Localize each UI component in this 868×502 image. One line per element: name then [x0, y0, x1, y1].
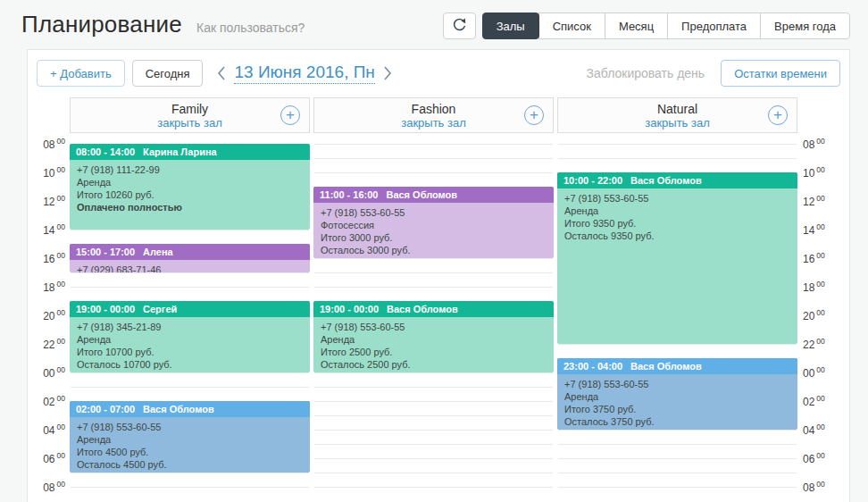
- time-label: 1400: [803, 222, 825, 237]
- time-label: 0400: [43, 423, 65, 437]
- tab-month[interactable]: Месяц: [605, 13, 668, 39]
- event-client: Алена: [143, 247, 173, 257]
- event-detail-line: Аренда: [77, 176, 303, 188]
- event[interactable]: 19:00 - 00:00Вася Обломов+7 (918) 553-60…: [313, 301, 554, 372]
- hall-header-natural: Naturalзакрыть зал+: [557, 97, 797, 133]
- time-label: 1000: [43, 165, 65, 180]
- time-label: 2200: [803, 337, 825, 351]
- time-label: 0800: [803, 137, 825, 151]
- event-details: +7 (918) 345-21-89АрендаИтого 10700 руб.…: [70, 317, 310, 372]
- gridline: [558, 473, 797, 473]
- time-label: 0400: [803, 423, 825, 437]
- next-day-icon[interactable]: [383, 65, 392, 81]
- gridline: [314, 144, 553, 145]
- event-detail-line: Осталось 4500 руб.: [77, 458, 303, 471]
- event-detail-line: Итого 10260 руб.: [77, 188, 303, 201]
- event-detail-line: +7 (918) 553-60-55: [77, 421, 303, 433]
- event-details: +7 (918) 553-60-55АрендаИтого 4500 руб.О…: [70, 417, 310, 473]
- gridline: [314, 372, 553, 373]
- event[interactable]: 23:00 - 04:00Вася Обломов+7 (918) 553-60…: [557, 358, 797, 430]
- hall-column-fashion: 11:00 - 16:00Вася Обломов+7 (918) 553-60…: [313, 144, 554, 487]
- event-time: 19:00 - 00:00: [76, 304, 135, 314]
- event-details: +7 (918) 553-60-55АрендаИтого 9350 руб.О…: [557, 188, 797, 246]
- gridline: [314, 401, 553, 402]
- event[interactable]: 10:00 - 22:00Вася Обломов+7 (918) 553-60…: [557, 172, 797, 344]
- time-label: 0800: [43, 480, 65, 494]
- gridline: [314, 287, 553, 288]
- gridline: [314, 258, 553, 259]
- hall-column-natural: 10:00 - 22:00Вася Обломов+7 (918) 553-60…: [557, 144, 797, 487]
- time-label: 1600: [803, 251, 825, 265]
- hall-column-family: 08:00 - 14:00Карина Ларина+7 (918) 111-2…: [70, 144, 310, 487]
- time-label: 1400: [43, 222, 65, 237]
- gridline: [314, 487, 553, 488]
- event-header: 11:00 - 16:00Вася Обломов: [313, 187, 554, 203]
- time-label: 1200: [803, 194, 825, 208]
- block-day-link[interactable]: Заблокировать день: [587, 66, 705, 80]
- gridline: [71, 487, 309, 488]
- help-link[interactable]: Как пользоваться?: [196, 21, 305, 35]
- gridline: [314, 387, 553, 388]
- event-client: Вася Обломов: [630, 361, 702, 372]
- calendar-grid: 0800100012001400160018002000220000000200…: [28, 97, 849, 502]
- event-time: 08:00 - 14:00: [76, 146, 135, 157]
- tab-prepayment[interactable]: Предоплата: [667, 13, 761, 39]
- gridline: [71, 272, 309, 273]
- event-detail-line: +7 (918) 553-60-55: [564, 192, 790, 205]
- tab-halls[interactable]: Залы: [482, 13, 539, 39]
- today-button[interactable]: Сегодня: [132, 60, 204, 87]
- event-time: 19:00 - 00:00: [320, 304, 379, 314]
- event[interactable]: 19:00 - 00:00Сергей+7 (918) 345-21-89Аре…: [70, 301, 310, 372]
- tab-season[interactable]: Время года: [760, 13, 850, 39]
- event-client: Вася Обломов: [387, 304, 458, 314]
- event[interactable]: 11:00 - 16:00Вася Обломов+7 (918) 553-60…: [313, 187, 554, 258]
- event-details: +7 (918) 553-60-55АрендаИтого 3750 руб.О…: [557, 374, 797, 430]
- time-label: 1200: [43, 194, 65, 208]
- date-navigation: 13 Июня 2016, Пн: [217, 63, 391, 84]
- event-time: 10:00 - 22:00: [563, 175, 622, 186]
- event-detail-line: Итого 3000 руб.: [321, 231, 547, 244]
- close-hall-link[interactable]: закрыть зал: [558, 116, 797, 130]
- add-booking-icon[interactable]: +: [768, 105, 788, 125]
- page-title: Планирование: [21, 11, 182, 38]
- gridline: [558, 444, 797, 445]
- time-label: 1600: [43, 251, 65, 265]
- event-header: 23:00 - 04:00Вася Обломов: [557, 358, 797, 374]
- event-header: 08:00 - 14:00Карина Ларина: [70, 144, 310, 160]
- gridline: [558, 144, 797, 145]
- gridline: [314, 172, 553, 173]
- time-label: 1800: [43, 280, 65, 294]
- refresh-button[interactable]: [443, 13, 476, 39]
- add-booking-icon[interactable]: +: [524, 105, 544, 125]
- add-booking-button[interactable]: + Добавить: [37, 60, 125, 87]
- planning-panel: + Добавить Сегодня 13 Июня 2016, Пн Забл…: [27, 49, 850, 502]
- date-link[interactable]: 13 Июня 2016, Пн: [234, 63, 374, 84]
- remaining-time-button[interactable]: Остатки времени: [721, 60, 840, 87]
- event-detail-line: Аренда: [564, 205, 790, 217]
- close-hall-link[interactable]: закрыть зал: [314, 116, 553, 130]
- gridline: [558, 487, 797, 488]
- event-time: 11:00 - 16:00: [320, 189, 378, 200]
- event[interactable]: 02:00 - 07:00Вася Обломов+7 (918) 553-60…: [70, 401, 310, 473]
- event-client: Вася Обломов: [386, 189, 457, 200]
- toolbar-right: Заблокировать день Остатки времени: [587, 60, 840, 87]
- time-label: 0000: [803, 365, 825, 380]
- add-booking-icon[interactable]: +: [280, 105, 300, 125]
- event[interactable]: 15:00 - 17:00Алена+7 (929) 683-71-46: [70, 244, 310, 272]
- prev-day-icon[interactable]: [217, 65, 226, 81]
- close-hall-link[interactable]: закрыть зал: [71, 116, 309, 130]
- page-header: Планирование Как пользоваться? ЗалыСписо…: [0, 0, 868, 49]
- event-detail-line: +7 (918) 553-60-55: [321, 321, 547, 333]
- hall-name: Family: [71, 102, 309, 116]
- event-client: Вася Обломов: [143, 404, 214, 414]
- event-detail-line: Итого 10700 руб.: [77, 346, 303, 358]
- tab-list[interactable]: Список: [538, 13, 605, 39]
- gridline: [314, 458, 553, 459]
- time-axis-left: 0800100012001400160018002000220000000200…: [28, 97, 65, 502]
- event-time: 23:00 - 04:00: [563, 361, 622, 372]
- event-client: Сергей: [143, 304, 177, 314]
- refresh-icon: [452, 17, 467, 35]
- event[interactable]: 08:00 - 14:00Карина Ларина+7 (918) 111-2…: [70, 144, 310, 230]
- gridline: [314, 430, 553, 431]
- event-detail-line: +7 (918) 111-22-99: [77, 163, 303, 176]
